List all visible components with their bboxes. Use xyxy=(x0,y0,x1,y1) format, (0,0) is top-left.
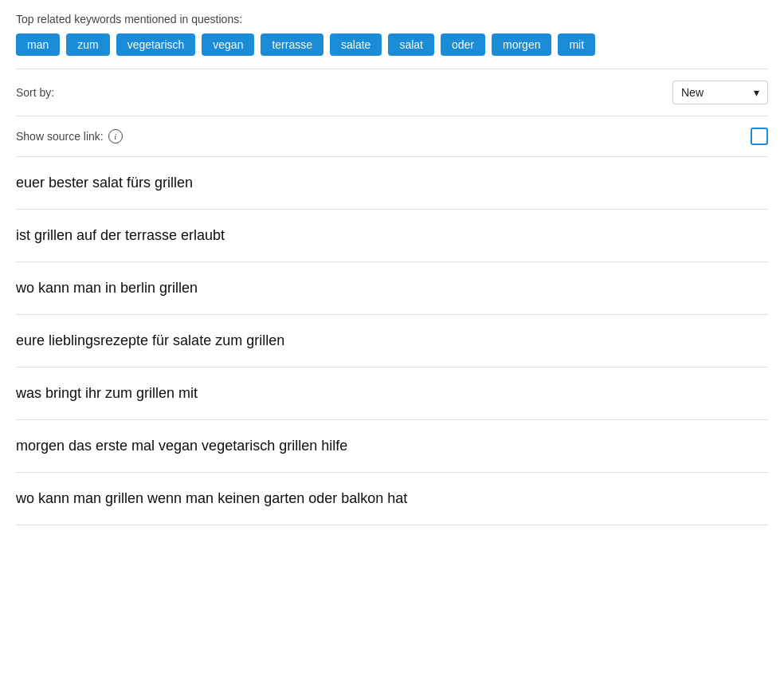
keyword-tag[interactable]: salat xyxy=(388,33,434,56)
keyword-tag[interactable]: mit xyxy=(558,33,595,56)
question-item[interactable]: eure lieblingsrezepte für salate zum gri… xyxy=(16,315,768,368)
sort-section: Sort by: New ▾ xyxy=(16,69,768,116)
question-item[interactable]: euer bester salat fürs grillen xyxy=(16,157,768,210)
question-item[interactable]: was bringt ihr zum grillen mit xyxy=(16,368,768,420)
source-link-label: Show source link: i xyxy=(16,129,751,143)
keywords-list: manzumvegetarischveganterrassesalatesala… xyxy=(16,33,768,56)
keywords-section: Top related keywords mentioned in questi… xyxy=(16,13,768,69)
question-item[interactable]: morgen das erste mal vegan vegetarisch g… xyxy=(16,420,768,473)
keyword-tag[interactable]: morgen xyxy=(492,33,551,56)
sort-label: Sort by: xyxy=(16,86,672,99)
question-item[interactable]: wo kann man grillen wenn man keinen gart… xyxy=(16,473,768,525)
sort-select-dropdown[interactable]: New ▾ xyxy=(672,81,768,104)
keyword-tag[interactable]: zum xyxy=(66,33,109,56)
keyword-tag[interactable]: vegan xyxy=(202,33,254,56)
keywords-title: Top related keywords mentioned in questi… xyxy=(16,13,768,26)
keyword-tag[interactable]: man xyxy=(16,33,60,56)
chevron-down-icon: ▾ xyxy=(754,86,759,99)
question-item[interactable]: ist grillen auf der terrasse erlaubt xyxy=(16,210,768,262)
show-source-link-checkbox[interactable] xyxy=(751,128,768,145)
question-item[interactable]: wo kann man in berlin grillen xyxy=(16,262,768,315)
source-link-section: Show source link: i xyxy=(16,116,768,157)
keyword-tag[interactable]: oder xyxy=(441,33,485,56)
keyword-tag[interactable]: terrasse xyxy=(261,33,323,56)
keyword-tag[interactable]: salate xyxy=(330,33,382,56)
keyword-tag[interactable]: vegetarisch xyxy=(116,33,196,56)
info-icon: i xyxy=(108,129,123,143)
sort-selected-value: New xyxy=(681,86,704,99)
questions-list: euer bester salat fürs grillenist grille… xyxy=(16,157,768,525)
